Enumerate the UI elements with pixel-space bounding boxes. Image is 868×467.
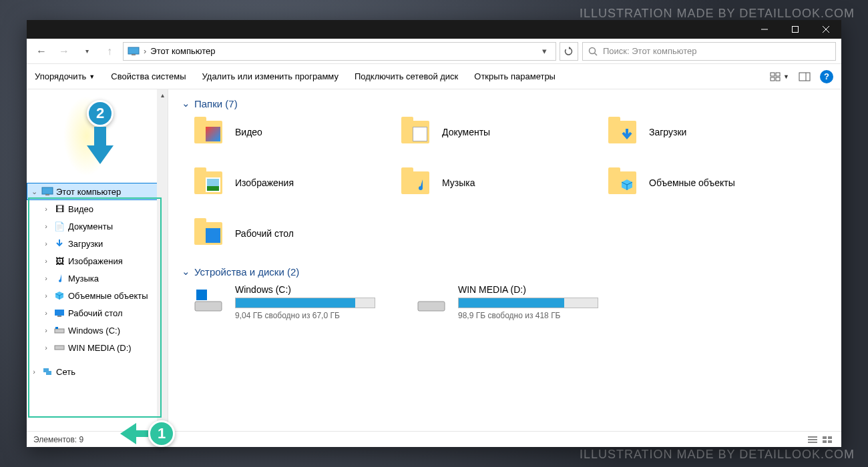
folders-section-header[interactable]: ⌄ Папки (7) [182, 97, 828, 109]
titlebar [27, 20, 841, 39]
svg-rect-20 [55, 346, 64, 350]
up-button[interactable]: ↑ [100, 42, 119, 61]
drive-fill [236, 298, 355, 308]
folder-documents[interactable]: Документы [399, 116, 606, 148]
annotation-2: 2 [87, 100, 114, 164]
breadcrumb-this-pc[interactable]: Этот компьютер [150, 46, 215, 56]
preview-pane-button[interactable] [799, 72, 811, 81]
system-properties-button[interactable]: Свойства системы [111, 71, 186, 81]
tree-item-downloads[interactable]: ›Загрузки [27, 235, 168, 252]
close-button[interactable] [811, 20, 841, 39]
svg-rect-9 [776, 73, 780, 76]
chevron-right-icon[interactable]: › [41, 274, 51, 282]
chevron-down-icon: ⌄ [182, 266, 190, 278]
svg-rect-29 [823, 436, 827, 439]
svg-rect-26 [808, 436, 817, 438]
svg-rect-32 [828, 440, 832, 443]
forward-button[interactable]: → [55, 42, 73, 61]
drives-section-header[interactable]: ⌄ Устройства и диски (2) [182, 266, 828, 278]
tree-item-video[interactable]: ›🎞Видео [27, 200, 168, 217]
pictures-folder-icon [192, 167, 224, 199]
tree-item-drive-d[interactable]: ›WIN MEDIA (D:) [27, 339, 168, 356]
downloads-folder-icon [606, 116, 638, 148]
folder-music[interactable]: Музыка [399, 167, 606, 199]
icons-view-button[interactable] [820, 434, 835, 446]
tree-item-pictures[interactable]: ›🖼Изображения [27, 252, 168, 270]
chevron-down-icon[interactable]: ⌄ [29, 187, 39, 196]
organize-button[interactable]: Упорядочить▼ [35, 71, 95, 81]
tree-item-music[interactable]: ›Музыка [27, 270, 168, 287]
svg-rect-4 [128, 47, 139, 54]
maximize-button[interactable] [780, 20, 811, 39]
tree-item-desktop[interactable]: ›Рабочий стол [27, 304, 168, 322]
windows-drive-icon [192, 284, 224, 316]
tree-item-3d[interactable]: ›Объемные объекты [27, 287, 168, 304]
view-options-button[interactable]: ▼ [770, 71, 789, 82]
network-icon [41, 366, 53, 378]
chevron-right-icon[interactable]: › [41, 257, 51, 265]
tree-this-pc[interactable]: ⌄ Этот компьютер [27, 183, 168, 200]
drive-d[interactable]: WIN MEDIA (D:) 98,9 ГБ свободно из 418 Г… [415, 284, 598, 320]
drive-usage-bar [458, 298, 598, 308]
svg-rect-14 [42, 187, 53, 194]
video-icon: 🎞 [53, 203, 65, 215]
tree-network[interactable]: › Сеть [27, 363, 168, 380]
back-button[interactable]: ← [32, 42, 51, 61]
3d-folder-icon [606, 167, 638, 199]
drive-icon [53, 324, 65, 336]
minimize-button[interactable] [749, 20, 780, 39]
svg-rect-5 [132, 54, 136, 55]
pc-icon [128, 45, 140, 57]
documents-folder-icon [399, 116, 431, 148]
svg-rect-18 [55, 329, 64, 333]
tree-item-drive-c[interactable]: ›Windows (C:) [27, 322, 168, 339]
search-input[interactable]: Поиск: Этот компьютер [582, 42, 836, 61]
chevron-right-icon[interactable]: › [41, 205, 51, 213]
svg-rect-22 [46, 371, 51, 375]
scroll-up-icon[interactable]: ▴ [157, 89, 168, 100]
folder-desktop[interactable]: Рабочий стол [192, 217, 399, 250]
chevron-right-icon[interactable]: › [41, 240, 51, 248]
chevron-down-icon: ⌄ [182, 97, 190, 109]
folder-3d[interactable]: Объемные объекты [606, 167, 813, 199]
recent-dropdown[interactable]: ▾ [77, 42, 96, 61]
drive-fill [459, 298, 564, 308]
toolbar: Упорядочить▼ Свойства системы Удалить ил… [27, 64, 841, 89]
watermark-top: ILLUSTRATION MADE BY DETAILLOOK.COM [580, 7, 855, 21]
drive-c[interactable]: Windows (C:) 9,04 ГБ свободно из 67,0 ГБ [192, 284, 375, 320]
svg-rect-19 [55, 327, 58, 329]
svg-rect-8 [771, 73, 775, 76]
chevron-right-icon[interactable]: › [29, 368, 39, 376]
desktop-icon [53, 307, 65, 319]
folder-downloads[interactable]: Загрузки [606, 116, 813, 148]
svg-rect-10 [771, 77, 775, 81]
address-bar[interactable]: › Этот компьютер ▾ [123, 42, 556, 61]
details-view-button[interactable] [805, 434, 820, 446]
chevron-right-icon[interactable]: › [41, 222, 51, 230]
cube-icon [53, 290, 65, 302]
map-drive-button[interactable]: Подключить сетевой диск [355, 71, 458, 81]
tree-item-documents[interactable]: ›📄Документы [27, 217, 168, 235]
pc-icon [41, 185, 53, 197]
svg-rect-24 [196, 290, 207, 300]
drive-icon [53, 342, 65, 354]
refresh-button[interactable] [560, 42, 578, 61]
explorer-window: ← → ▾ ↑ › Этот компьютер ▾ Поиск: Этот к… [27, 20, 841, 447]
uninstall-program-button[interactable]: Удалить или изменить программу [202, 71, 339, 81]
open-settings-button[interactable]: Открыть параметры [474, 71, 556, 81]
tree-scrollbar[interactable]: ▴ ▾ [157, 89, 168, 431]
chevron-right-icon[interactable]: › [41, 326, 51, 334]
svg-rect-27 [808, 439, 817, 440]
drive-icon [415, 284, 447, 316]
item-count: Элементов: 9 [33, 435, 83, 444]
chevron-right-icon[interactable]: › [41, 344, 51, 352]
folder-pictures[interactable]: Изображения [192, 167, 399, 199]
chevron-right-icon[interactable]: › [41, 309, 51, 317]
drive-usage-bar [235, 298, 375, 308]
address-dropdown[interactable]: ▾ [537, 46, 552, 56]
folder-video[interactable]: Видео [192, 116, 399, 148]
svg-rect-11 [776, 77, 780, 81]
help-button[interactable]: ? [820, 70, 833, 83]
music-folder-icon [399, 167, 431, 199]
chevron-right-icon[interactable]: › [41, 292, 51, 300]
